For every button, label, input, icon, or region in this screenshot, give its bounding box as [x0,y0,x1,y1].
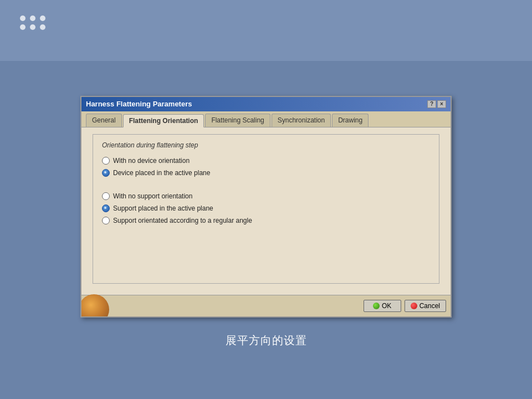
cancel-icon [411,303,417,309]
dialog-footer: OK Cancel [81,295,451,316]
close-button[interactable]: × [437,100,446,108]
radio-no-support[interactable]: With no support orientation [102,192,430,200]
tabs-row: General Flattening Orientation Flattenin… [81,111,451,127]
tab-flattening-orientation[interactable]: Flattening Orientation [123,114,204,127]
app-logo-dots [20,16,47,30]
radio-label-no-device: With no device orientation [113,157,190,165]
dialog-title: Harness Flattening Parameters [86,100,192,108]
radio-device-active[interactable]: Device placed in the active plane [102,169,430,177]
ok-label: OK [382,302,391,310]
dot-5 [30,24,35,30]
radio-label-no-support: With no support orientation [113,192,192,200]
dot-3 [40,16,45,21]
dialog-body: Orientation during flattening step With … [81,127,451,295]
radio-circle-support-active [102,204,110,212]
radio-no-device[interactable]: With no device orientation [102,157,430,165]
section-title: Orientation during flattening step [102,141,430,149]
dialog-harness-flattening: Harness Flattening Parameters ? × Genera… [80,96,452,318]
radio-label-support-regular: Support orientated according to a regula… [113,217,252,224]
radio-circle-device-active [102,169,110,177]
dot-2 [30,16,35,21]
caption-text: 展平方向的设置 [226,333,307,348]
dot-1 [20,16,25,21]
content-box: Orientation during flattening step With … [93,134,439,284]
device-radio-group: With no device orientation Device placed… [102,157,430,177]
globe-decoration [81,294,115,316]
radio-label-device-active: Device placed in the active plane [113,169,210,177]
radio-label-support-active: Support placed in the active plane [113,204,213,212]
ok-button[interactable]: OK [364,300,401,312]
radio-support-regular[interactable]: Support orientated according to a regula… [102,217,430,224]
tab-general[interactable]: General [86,114,122,127]
cancel-label: Cancel [420,302,440,310]
titlebar-buttons: ? × [427,100,446,108]
help-button[interactable]: ? [427,100,436,108]
radio-circle-no-device [102,157,110,165]
radio-circle-no-support [102,192,110,200]
tab-drawing[interactable]: Drawing [332,114,369,127]
top-bar [0,0,532,61]
ok-icon [373,303,380,309]
dot-4 [20,24,25,30]
tab-synchronization[interactable]: Synchronization [272,114,331,127]
radio-support-active[interactable]: Support placed in the active plane [102,204,430,212]
cancel-button[interactable]: Cancel [405,300,446,312]
dot-6 [40,24,45,30]
globe-circle [81,294,109,316]
dialog-titlebar: Harness Flattening Parameters ? × [81,97,451,111]
support-radio-group: With no support orientation Support plac… [102,192,430,224]
tab-flattening-scaling[interactable]: Flattening Scaling [205,114,270,127]
main-area: Harness Flattening Parameters ? × Genera… [0,61,532,399]
radio-circle-support-regular [102,217,110,224]
